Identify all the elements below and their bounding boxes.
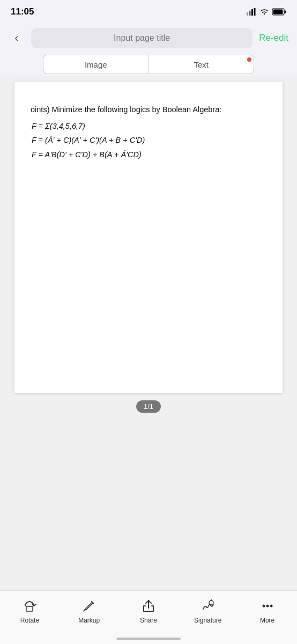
more-label: More [260,617,274,624]
svg-line-9 [84,610,84,611]
svg-rect-3 [254,8,256,16]
svg-rect-0 [247,12,248,16]
svg-rect-7 [26,606,33,611]
markup-button[interactable]: Markup [60,598,119,624]
nav-bar: ‹ Re-edit [0,24,297,53]
markup-icon [81,598,96,613]
text-tab-dot [247,57,251,62]
back-button[interactable]: ‹ [9,31,25,45]
svg-rect-2 [251,9,253,16]
share-button[interactable]: Share [119,598,179,624]
bottom-toolbar: Rotate Markup Share [0,590,297,644]
share-icon [141,598,156,613]
document-wrapper: oints) Minimize the following logics by … [0,76,297,590]
status-bar: 11:05 [0,0,297,24]
image-tab-label: Image [85,60,107,69]
svg-rect-1 [249,11,251,16]
tab-image[interactable]: Image [43,55,148,74]
svg-point-10 [209,601,213,605]
svg-point-12 [262,605,265,608]
rotate-label: Rotate [20,617,39,624]
page-indicator-badge: 1/1 [136,400,161,413]
text-tab-label: Text [194,60,209,69]
content-line-2: F = Σ(3,4,5,6,7) [31,120,266,133]
svg-rect-5 [273,10,283,14]
wifi-icon [259,8,269,16]
more-button[interactable]: More [237,598,297,624]
main-content: oints) Minimize the following logics by … [0,76,297,590]
content-line-4: F = A'B(D' + C'D) + B(A + Á'CD) [31,148,266,162]
share-label: Share [140,617,157,624]
signature-icon [201,598,216,613]
page-indicator-area: 1/1 [0,393,297,420]
content-line-3: F = (Á' + C)(A' + C')(A + B + C'D) [31,134,266,147]
document-page: oints) Minimize the following logics by … [14,82,283,393]
markup-label: Markup [78,617,100,624]
svg-point-14 [270,605,272,608]
status-icons [247,8,286,16]
tab-bar: Image Text [0,53,297,76]
home-indicator [116,638,181,640]
status-time: 11:05 [11,6,34,17]
signal-icon [247,8,256,16]
svg-rect-6 [285,11,286,13]
battery-icon [272,8,286,16]
signature-label: Signature [194,617,221,624]
svg-point-13 [266,605,269,608]
page-content: oints) Minimize the following logics by … [31,103,266,162]
re-edit-button[interactable]: Re-edit [259,33,288,43]
rotate-button[interactable]: Rotate [0,598,60,624]
content-line-1: oints) Minimize the following logics by … [31,103,266,116]
more-icon [260,598,275,613]
page-title-input[interactable] [31,28,253,48]
signature-button[interactable]: Signature [178,598,237,624]
rotate-icon [22,598,37,613]
tab-text[interactable]: Text [148,55,255,74]
